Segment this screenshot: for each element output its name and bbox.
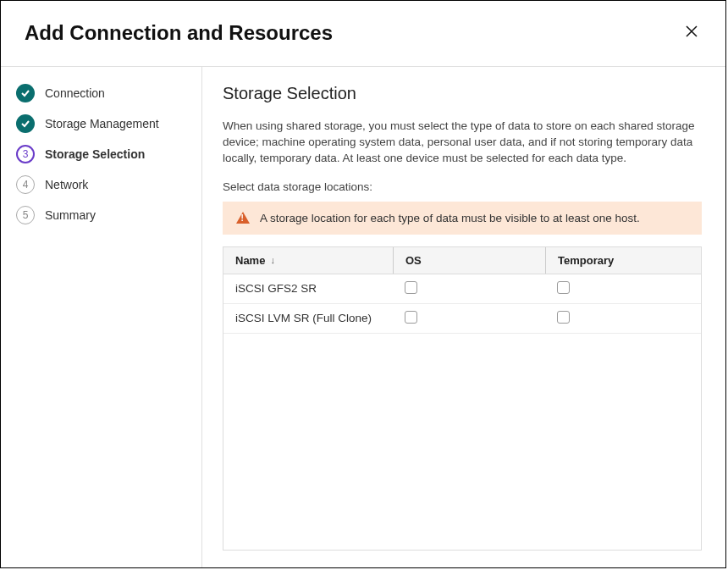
warning-text: A storage location for each type of data… — [260, 212, 640, 224]
page-description: When using shared storage, you must sele… — [223, 119, 702, 167]
check-icon — [16, 114, 35, 133]
os-checkbox[interactable] — [405, 311, 417, 324]
column-label: Name — [235, 254, 265, 267]
sort-down-icon: ↓ — [270, 255, 275, 265]
storage-table: Name ↓ OS Temporary iSCSI GFS2 SR — [223, 246, 702, 551]
step-number-icon: 5 — [16, 206, 35, 224]
step-label: Network — [45, 178, 88, 191]
temporary-checkbox[interactable] — [557, 311, 570, 324]
temporary-cell — [545, 274, 701, 303]
table-row: iSCSI GFS2 SR — [223, 274, 701, 304]
column-label: OS — [405, 254, 422, 267]
temporary-checkbox[interactable] — [557, 281, 570, 294]
wizard-steps-list: Connection Storage Management 3 Storage … — [16, 84, 186, 224]
table-header-row: Name ↓ OS Temporary — [223, 247, 701, 274]
dialog-body: Connection Storage Management 3 Storage … — [1, 67, 725, 567]
storage-name-cell: iSCSI GFS2 SR — [223, 275, 393, 302]
wizard-step-storage-management[interactable]: Storage Management — [16, 114, 186, 133]
close-icon[interactable] — [681, 19, 702, 46]
storage-name-cell: iSCSI LVM SR (Full Clone) — [223, 305, 393, 331]
warning-icon — [236, 212, 250, 224]
wizard-step-network[interactable]: 4 Network — [16, 175, 186, 194]
os-checkbox[interactable] — [405, 281, 417, 294]
dialog-title: Add Connection and Resources — [25, 21, 333, 45]
step-number-icon: 3 — [16, 145, 35, 163]
os-cell — [393, 304, 545, 333]
wizard-step-connection[interactable]: Connection — [16, 84, 186, 102]
step-label: Connection — [45, 86, 105, 100]
column-label: Temporary — [558, 254, 614, 267]
wizard-steps-sidebar: Connection Storage Management 3 Storage … — [1, 67, 202, 567]
temporary-cell — [545, 304, 701, 333]
step-number-icon: 4 — [16, 175, 35, 194]
step-label: Storage Management — [45, 117, 159, 130]
add-connection-dialog: Add Connection and Resources Connection … — [0, 0, 726, 568]
os-cell — [393, 274, 545, 303]
warning-banner: A storage location for each type of data… — [223, 202, 702, 235]
wizard-step-storage-selection[interactable]: 3 Storage Selection — [16, 145, 186, 163]
wizard-step-summary[interactable]: 5 Summary — [16, 206, 186, 224]
table-empty-space — [223, 334, 701, 550]
dialog-titlebar: Add Connection and Resources — [1, 1, 725, 66]
page-prompt: Select data storage locations: — [223, 180, 702, 193]
step-label: Storage Selection — [45, 147, 145, 161]
table-header-name[interactable]: Name ↓ — [223, 247, 393, 274]
check-icon — [16, 84, 35, 102]
table-row: iSCSI LVM SR (Full Clone) — [223, 304, 701, 334]
table-header-os[interactable]: OS — [393, 247, 545, 274]
table-header-temporary[interactable]: Temporary — [545, 247, 701, 274]
wizard-page-content: Storage Selection When using shared stor… — [202, 67, 725, 567]
page-title: Storage Selection — [223, 84, 702, 103]
step-label: Summary — [45, 208, 96, 222]
